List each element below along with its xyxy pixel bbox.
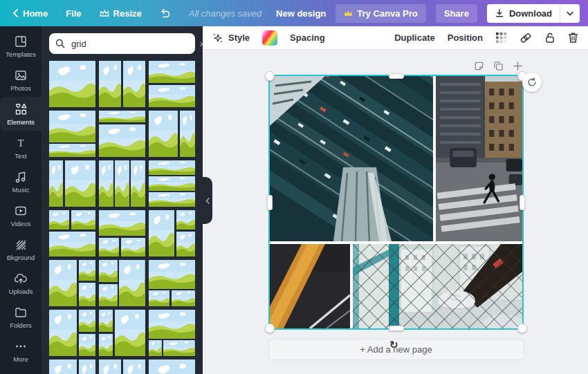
sidebar-item-elements[interactable]: Elements [0, 97, 42, 131]
lock-icon[interactable] [544, 32, 555, 44]
transparency-icon[interactable] [495, 32, 507, 44]
template-thumb-cell [49, 160, 63, 207]
selection-handle-s[interactable] [389, 326, 404, 331]
template-thumb-cell [163, 340, 195, 356]
template-thumb-cell [99, 160, 113, 207]
rotate-icon [527, 77, 537, 87]
template-thumb[interactable] [99, 61, 145, 107]
sidebar-item-more[interactable]: More [0, 334, 42, 368]
template-thumb-cell [149, 260, 195, 289]
sidebar-item-text[interactable]: TText [0, 131, 42, 165]
template-thumb-cell [99, 284, 118, 306]
template-thumb-cell [49, 111, 95, 142]
template-thumb[interactable] [99, 160, 145, 207]
try-canva-pro-button[interactable]: Try Canva Pro [336, 4, 425, 23]
template-thumb-cell [49, 144, 95, 157]
new-design-button[interactable]: New design [276, 8, 326, 19]
template-thumb[interactable] [49, 359, 95, 374]
template-thumb[interactable] [49, 260, 95, 306]
sidebar-item-label: Elements [7, 118, 35, 126]
sidebar-item-uploads[interactable]: Uploads [0, 266, 42, 300]
photo-grid [270, 76, 522, 328]
duplicate-button[interactable]: Duplicate [394, 32, 435, 43]
selection-handle-e[interactable] [520, 195, 525, 210]
template-thumb[interactable] [149, 310, 195, 356]
selection-handle-n[interactable] [389, 73, 404, 79]
template-thumb-cell [149, 176, 195, 191]
template-thumb[interactable] [99, 260, 145, 306]
template-thumb[interactable] [149, 160, 195, 207]
template-thumb[interactable] [49, 111, 95, 157]
resize-button[interactable]: Resize [100, 8, 142, 19]
spacing-button[interactable]: Spacing [290, 32, 325, 43]
download-options-caret[interactable] [560, 4, 580, 23]
canva-editor: Home File Resize All changes saved New d… [0, 0, 588, 374]
style-button[interactable]: Style [212, 32, 250, 44]
template-thumb[interactable] [149, 260, 195, 306]
template-thumb[interactable] [49, 160, 95, 207]
selection-handle-sw[interactable] [265, 324, 275, 333]
photo-pavement-yellow-line[interactable] [270, 244, 350, 328]
search-input[interactable] [70, 38, 194, 50]
uploads-icon [14, 272, 28, 286]
selection-handle-nw[interactable] [265, 71, 275, 81]
panel-collapse-tab[interactable] [203, 177, 212, 224]
template-thumb-cell [149, 290, 169, 306]
template-thumb-cell [65, 160, 95, 207]
sidebar-item-bkground[interactable]: Bkground [0, 232, 42, 266]
sidebar-item-music[interactable]: Music [0, 165, 42, 198]
sidebar-item-videos[interactable]: Videos [0, 198, 42, 232]
template-thumb-cell [99, 310, 113, 332]
template-thumb[interactable] [99, 210, 145, 256]
sidebar-item-label: Text [15, 152, 26, 160]
template-thumb-cell [79, 310, 95, 332]
add-page-button[interactable]: + Add a new page [268, 339, 524, 360]
template-thumb-cell [99, 210, 145, 236]
clear-search-icon[interactable]: × [199, 38, 203, 50]
color-picker-swatch[interactable] [262, 30, 277, 46]
editor-main: Style Spacing Duplicate Position [203, 26, 588, 374]
link-icon[interactable] [520, 32, 532, 44]
sidebar-item-photos[interactable]: Photos [0, 63, 42, 97]
delete-icon[interactable] [568, 32, 578, 44]
share-button[interactable]: Share [436, 4, 477, 23]
undo-button[interactable] [160, 8, 171, 18]
sidebar-item-label: Templates [6, 50, 35, 58]
notes-icon[interactable] [474, 61, 484, 71]
download-icon [495, 8, 504, 18]
template-thumb-cell [131, 160, 145, 207]
template-thumb[interactable] [149, 359, 195, 374]
template-thumb-cell [99, 334, 113, 356]
sidebar-item-label: Videos [11, 220, 31, 227]
selection-handle-w[interactable] [267, 195, 273, 210]
canvas-page[interactable] [268, 75, 524, 330]
sidebar-item-folders[interactable]: Folders [0, 300, 42, 334]
download-button[interactable]: Download [487, 4, 580, 23]
top-bar: Home File Resize All changes saved New d… [0, 0, 588, 26]
template-thumb[interactable] [49, 210, 95, 256]
template-thumb[interactable] [149, 210, 195, 256]
template-thumb[interactable] [99, 111, 145, 157]
photo-city-street[interactable] [436, 76, 522, 241]
template-thumb[interactable] [149, 111, 195, 157]
position-button[interactable]: Position [448, 32, 483, 43]
template-thumb[interactable] [99, 359, 145, 374]
duplicate-page-icon[interactable] [493, 61, 504, 71]
home-button[interactable]: Home [12, 8, 48, 19]
template-thumb-cell [99, 124, 145, 157]
template-thumb[interactable] [49, 310, 95, 356]
bkground-icon [14, 238, 28, 252]
sidebar-item-label: Photos [10, 84, 31, 92]
template-thumb[interactable] [149, 61, 195, 107]
search-icon [55, 39, 65, 48]
template-thumb-cell [49, 260, 77, 306]
template-thumb[interactable] [49, 61, 95, 107]
selection-handle-se[interactable] [517, 324, 527, 333]
add-page-icon[interactable] [513, 61, 523, 71]
file-menu[interactable]: File [66, 8, 81, 19]
template-thumb[interactable] [99, 310, 145, 356]
sidebar-item-templates[interactable]: Templates [0, 29, 42, 63]
photo-sneakers-fence[interactable] [353, 244, 522, 328]
photo-aerial-highway[interactable] [270, 76, 433, 241]
rotate-handle[interactable] [522, 73, 542, 92]
